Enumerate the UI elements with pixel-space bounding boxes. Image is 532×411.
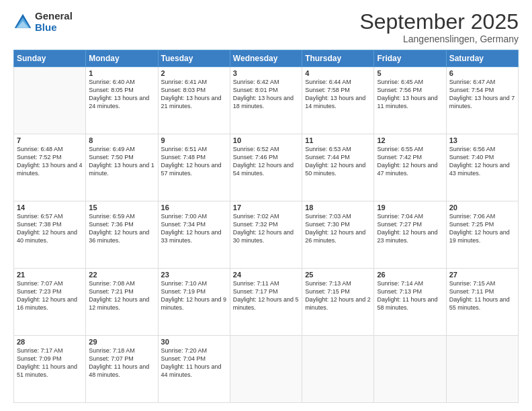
day-number: 4 — [305, 69, 371, 77]
day-number: 7 — [17, 136, 83, 144]
calendar-cell — [446, 336, 518, 403]
day-detail: Sunrise: 7:04 AMSunset: 7:27 PMDaylight:… — [377, 212, 443, 245]
logo-general-text: General — [35, 11, 73, 22]
day-number: 25 — [305, 271, 371, 279]
calendar-cell: 12Sunrise: 6:55 AMSunset: 7:42 PMDayligh… — [374, 134, 446, 201]
calendar-cell: 21Sunrise: 7:07 AMSunset: 7:23 PMDayligh… — [14, 269, 86, 336]
day-of-week-header: Wednesday — [230, 50, 302, 67]
day-number: 14 — [17, 203, 83, 212]
calendar-cell: 28Sunrise: 7:17 AMSunset: 7:09 PMDayligh… — [14, 336, 86, 403]
calendar-cell: 18Sunrise: 7:03 AMSunset: 7:30 PMDayligh… — [302, 201, 374, 269]
day-detail: Sunrise: 6:57 AMSunset: 7:38 PMDaylight:… — [17, 212, 83, 245]
calendar-cell: 3Sunrise: 6:42 AMSunset: 8:01 PMDaylight… — [230, 67, 302, 134]
calendar-cell: 25Sunrise: 7:13 AMSunset: 7:15 PMDayligh… — [302, 269, 374, 336]
day-detail: Sunrise: 7:13 AMSunset: 7:15 PMDaylight:… — [305, 279, 371, 312]
day-detail: Sunrise: 6:49 AMSunset: 7:50 PMDaylight:… — [89, 145, 154, 178]
calendar-cell — [302, 336, 374, 403]
day-number: 26 — [377, 271, 443, 279]
calendar-cell — [14, 67, 86, 134]
day-number: 3 — [233, 69, 299, 77]
day-number: 20 — [449, 203, 515, 212]
calendar-cell — [374, 336, 446, 403]
calendar-cell: 16Sunrise: 7:00 AMSunset: 7:34 PMDayligh… — [158, 201, 230, 269]
calendar-cell: 19Sunrise: 7:04 AMSunset: 7:27 PMDayligh… — [374, 201, 446, 269]
calendar-cell — [230, 336, 302, 403]
calendar-cell: 22Sunrise: 7:08 AMSunset: 7:21 PMDayligh… — [86, 269, 158, 336]
day-number: 17 — [233, 203, 299, 212]
day-detail: Sunrise: 6:40 AMSunset: 8:05 PMDaylight:… — [89, 78, 154, 111]
calendar-cell: 6Sunrise: 6:47 AMSunset: 7:54 PMDaylight… — [446, 67, 518, 134]
day-detail: Sunrise: 6:56 AMSunset: 7:40 PMDaylight:… — [449, 145, 515, 178]
day-number: 2 — [161, 69, 227, 77]
day-detail: Sunrise: 6:47 AMSunset: 7:54 PMDaylight:… — [449, 78, 515, 111]
page: General Blue September 2025 Langenenslin… — [0, 0, 532, 411]
calendar-cell: 17Sunrise: 7:02 AMSunset: 7:32 PMDayligh… — [230, 201, 302, 269]
day-detail: Sunrise: 7:07 AMSunset: 7:23 PMDaylight:… — [17, 279, 83, 312]
calendar-cell: 23Sunrise: 7:10 AMSunset: 7:19 PMDayligh… — [158, 269, 230, 336]
day-detail: Sunrise: 6:59 AMSunset: 7:36 PMDaylight:… — [89, 212, 154, 245]
day-detail: Sunrise: 6:51 AMSunset: 7:48 PMDaylight:… — [161, 145, 227, 178]
day-detail: Sunrise: 6:53 AMSunset: 7:44 PMDaylight:… — [305, 145, 371, 178]
day-detail: Sunrise: 7:15 AMSunset: 7:11 PMDaylight:… — [449, 279, 515, 312]
day-number: 12 — [377, 136, 443, 144]
day-of-week-header: Tuesday — [158, 50, 230, 67]
calendar-cell: 9Sunrise: 6:51 AMSunset: 7:48 PMDaylight… — [158, 134, 230, 201]
calendar-cell: 7Sunrise: 6:48 AMSunset: 7:52 PMDaylight… — [14, 134, 86, 201]
day-detail: Sunrise: 6:42 AMSunset: 8:01 PMDaylight:… — [233, 78, 299, 111]
day-detail: Sunrise: 7:17 AMSunset: 7:09 PMDaylight:… — [17, 347, 83, 379]
day-number: 1 — [89, 69, 154, 77]
day-number: 13 — [449, 136, 515, 144]
day-detail: Sunrise: 7:10 AMSunset: 7:19 PMDaylight:… — [161, 279, 227, 312]
day-detail: Sunrise: 6:52 AMSunset: 7:46 PMDaylight:… — [233, 145, 299, 178]
calendar-cell: 1Sunrise: 6:40 AMSunset: 8:05 PMDaylight… — [86, 67, 158, 134]
day-number: 5 — [377, 69, 443, 77]
calendar-cell: 13Sunrise: 6:56 AMSunset: 7:40 PMDayligh… — [446, 134, 518, 201]
calendar-cell: 10Sunrise: 6:52 AMSunset: 7:46 PMDayligh… — [230, 134, 302, 201]
location: Langenenslingen, Germany — [359, 34, 519, 44]
day-detail: Sunrise: 7:08 AMSunset: 7:21 PMDaylight:… — [89, 279, 154, 312]
day-detail: Sunrise: 6:41 AMSunset: 8:03 PMDaylight:… — [161, 78, 227, 111]
day-of-week-header: Thursday — [302, 50, 374, 67]
title-block: September 2025 Langenenslingen, Germany — [359, 11, 519, 44]
day-detail: Sunrise: 7:20 AMSunset: 7:04 PMDaylight:… — [161, 347, 227, 379]
day-number: 29 — [89, 338, 154, 346]
calendar-week-row: 7Sunrise: 6:48 AMSunset: 7:52 PMDaylight… — [14, 134, 519, 201]
calendar-cell: 15Sunrise: 6:59 AMSunset: 7:36 PMDayligh… — [86, 201, 158, 269]
calendar-header-row: SundayMondayTuesdayWednesdayThursdayFrid… — [14, 50, 519, 67]
day-number: 9 — [161, 136, 227, 144]
day-number: 24 — [233, 271, 299, 279]
day-detail: Sunrise: 7:11 AMSunset: 7:17 PMDaylight:… — [233, 279, 299, 312]
logo-blue-text: Blue — [35, 22, 73, 34]
day-of-week-header: Monday — [86, 50, 158, 67]
day-detail: Sunrise: 7:02 AMSunset: 7:32 PMDaylight:… — [233, 212, 299, 245]
day-number: 16 — [161, 203, 227, 212]
logo-icon — [13, 13, 32, 32]
calendar-cell: 4Sunrise: 6:44 AMSunset: 7:58 PMDaylight… — [302, 67, 374, 134]
day-detail: Sunrise: 7:18 AMSunset: 7:07 PMDaylight:… — [89, 347, 154, 379]
calendar-cell: 2Sunrise: 6:41 AMSunset: 8:03 PMDaylight… — [158, 67, 230, 134]
day-of-week-header: Friday — [374, 50, 446, 67]
day-detail: Sunrise: 7:14 AMSunset: 7:13 PMDaylight:… — [377, 279, 443, 312]
calendar-table: SundayMondayTuesdayWednesdayThursdayFrid… — [13, 50, 519, 403]
calendar-cell: 14Sunrise: 6:57 AMSunset: 7:38 PMDayligh… — [14, 201, 86, 269]
day-number: 18 — [305, 203, 371, 212]
calendar-week-row: 1Sunrise: 6:40 AMSunset: 8:05 PMDaylight… — [14, 67, 519, 134]
calendar-cell: 26Sunrise: 7:14 AMSunset: 7:13 PMDayligh… — [374, 269, 446, 336]
day-number: 22 — [89, 271, 154, 279]
calendar-cell: 30Sunrise: 7:20 AMSunset: 7:04 PMDayligh… — [158, 336, 230, 403]
day-of-week-header: Sunday — [14, 50, 86, 67]
day-number: 8 — [89, 136, 154, 144]
day-number: 10 — [233, 136, 299, 144]
calendar-week-row: 28Sunrise: 7:17 AMSunset: 7:09 PMDayligh… — [14, 336, 519, 403]
logo-text: General Blue — [35, 11, 73, 33]
calendar-cell: 29Sunrise: 7:18 AMSunset: 7:07 PMDayligh… — [86, 336, 158, 403]
day-detail: Sunrise: 7:06 AMSunset: 7:25 PMDaylight:… — [449, 212, 515, 245]
day-of-week-header: Saturday — [446, 50, 518, 67]
day-detail: Sunrise: 6:48 AMSunset: 7:52 PMDaylight:… — [17, 145, 83, 178]
day-number: 6 — [449, 69, 515, 77]
day-number: 15 — [89, 203, 154, 212]
calendar-cell: 8Sunrise: 6:49 AMSunset: 7:50 PMDaylight… — [86, 134, 158, 201]
month-title: September 2025 — [359, 11, 519, 32]
day-detail: Sunrise: 6:55 AMSunset: 7:42 PMDaylight:… — [377, 145, 443, 178]
calendar-week-row: 21Sunrise: 7:07 AMSunset: 7:23 PMDayligh… — [14, 269, 519, 336]
